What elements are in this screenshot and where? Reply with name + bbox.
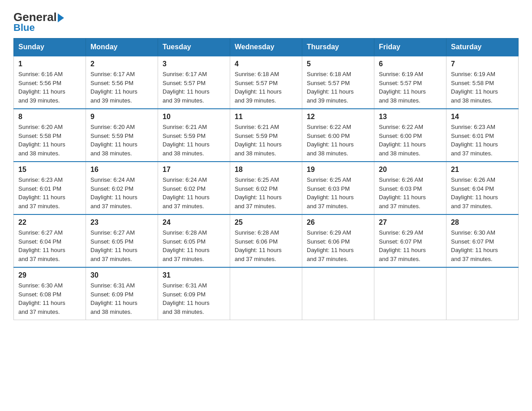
calendar-cell: 3 Sunrise: 6:17 AMSunset: 5:57 PMDayligh… (158, 56, 230, 109)
day-info: Sunrise: 6:26 AMSunset: 6:04 PMDaylight:… (451, 176, 514, 210)
day-info: Sunrise: 6:30 AMSunset: 6:07 PMDaylight:… (451, 228, 514, 263)
calendar-cell: 9 Sunrise: 6:20 AMSunset: 5:59 PMDayligh… (86, 109, 158, 162)
day-info: Sunrise: 6:24 AMSunset: 6:02 PMDaylight:… (163, 176, 225, 210)
day-number: 7 (451, 60, 514, 68)
day-number: 28 (451, 218, 514, 227)
day-number: 21 (451, 166, 514, 174)
calendar-cell: 24 Sunrise: 6:28 AMSunset: 6:05 PMDaylig… (158, 214, 230, 267)
calendar-cell: 21 Sunrise: 6:26 AMSunset: 6:04 PMDaylig… (446, 162, 519, 214)
day-info: Sunrise: 6:31 AMSunset: 6:09 PMDaylight:… (163, 281, 225, 316)
day-info: Sunrise: 6:20 AMSunset: 5:58 PMDaylight:… (18, 123, 81, 158)
day-info: Sunrise: 6:19 AMSunset: 5:58 PMDaylight:… (451, 70, 514, 105)
calendar-cell: 11 Sunrise: 6:21 AMSunset: 5:59 PMDaylig… (230, 109, 302, 162)
calendar-cell: 31 Sunrise: 6:31 AMSunset: 6:09 PMDaylig… (158, 267, 230, 320)
logo-blue-text: Blue (13, 22, 35, 34)
day-info: Sunrise: 6:31 AMSunset: 6:09 PMDaylight:… (90, 281, 153, 316)
calendar-week-row: 29 Sunrise: 6:30 AMSunset: 6:08 PMDaylig… (14, 267, 519, 320)
calendar-cell: 20 Sunrise: 6:26 AMSunset: 6:03 PMDaylig… (374, 162, 446, 214)
calendar-cell: 16 Sunrise: 6:24 AMSunset: 6:02 PMDaylig… (86, 162, 158, 214)
day-info: Sunrise: 6:26 AMSunset: 6:03 PMDaylight:… (379, 176, 442, 210)
calendar-week-row: 22 Sunrise: 6:27 AMSunset: 6:04 PMDaylig… (14, 214, 519, 267)
calendar-cell: 7 Sunrise: 6:19 AMSunset: 5:58 PMDayligh… (446, 56, 519, 109)
day-header-saturday: Saturday (446, 39, 519, 56)
day-info: Sunrise: 6:27 AMSunset: 6:04 PMDaylight:… (18, 228, 81, 263)
calendar-cell: 8 Sunrise: 6:20 AMSunset: 5:58 PMDayligh… (14, 109, 86, 162)
calendar-cell: 10 Sunrise: 6:21 AMSunset: 5:59 PMDaylig… (158, 109, 230, 162)
day-info: Sunrise: 6:18 AMSunset: 5:57 PMDaylight:… (235, 70, 297, 105)
day-number: 6 (379, 60, 442, 68)
calendar-cell: 28 Sunrise: 6:30 AMSunset: 6:07 PMDaylig… (446, 214, 519, 267)
calendar-cell: 13 Sunrise: 6:22 AMSunset: 6:00 PMDaylig… (374, 109, 446, 162)
day-number: 4 (235, 60, 297, 68)
day-info: Sunrise: 6:24 AMSunset: 6:02 PMDaylight:… (90, 176, 153, 210)
day-number: 18 (235, 166, 297, 174)
day-number: 10 (163, 113, 225, 121)
day-number: 27 (379, 218, 442, 227)
day-info: Sunrise: 6:16 AMSunset: 5:56 PMDaylight:… (18, 70, 81, 105)
day-number: 17 (163, 166, 225, 174)
day-number: 13 (379, 113, 442, 121)
calendar-cell: 23 Sunrise: 6:27 AMSunset: 6:05 PMDaylig… (86, 214, 158, 267)
day-number: 26 (307, 218, 369, 227)
calendar-cell: 25 Sunrise: 6:28 AMSunset: 6:06 PMDaylig… (230, 214, 302, 267)
calendar-cell (230, 267, 302, 320)
calendar-cell: 18 Sunrise: 6:25 AMSunset: 6:02 PMDaylig… (230, 162, 302, 214)
calendar-cell: 6 Sunrise: 6:19 AMSunset: 5:57 PMDayligh… (374, 56, 446, 109)
day-info: Sunrise: 6:25 AMSunset: 6:02 PMDaylight:… (235, 176, 297, 210)
day-number: 2 (90, 60, 153, 68)
day-info: Sunrise: 6:22 AMSunset: 6:00 PMDaylight:… (307, 123, 369, 158)
calendar-cell: 1 Sunrise: 6:16 AMSunset: 5:56 PMDayligh… (14, 56, 86, 109)
calendar-cell (446, 267, 519, 320)
day-number: 3 (163, 60, 225, 68)
day-number: 24 (163, 218, 225, 227)
page-header: General Blue (13, 9, 519, 34)
day-number: 22 (18, 218, 81, 227)
day-number: 30 (90, 271, 153, 279)
calendar-cell: 14 Sunrise: 6:23 AMSunset: 6:01 PMDaylig… (446, 109, 519, 162)
calendar-cell: 5 Sunrise: 6:18 AMSunset: 5:57 PMDayligh… (302, 56, 374, 109)
calendar-cell: 12 Sunrise: 6:22 AMSunset: 6:00 PMDaylig… (302, 109, 374, 162)
day-header-friday: Friday (374, 39, 446, 56)
day-info: Sunrise: 6:30 AMSunset: 6:08 PMDaylight:… (18, 281, 81, 316)
calendar-cell: 19 Sunrise: 6:25 AMSunset: 6:03 PMDaylig… (302, 162, 374, 214)
day-info: Sunrise: 6:18 AMSunset: 5:57 PMDaylight:… (307, 70, 369, 105)
day-info: Sunrise: 6:29 AMSunset: 6:07 PMDaylight:… (379, 228, 442, 263)
day-info: Sunrise: 6:21 AMSunset: 5:59 PMDaylight:… (235, 123, 297, 158)
day-info: Sunrise: 6:23 AMSunset: 6:01 PMDaylight:… (18, 176, 81, 210)
day-number: 11 (235, 113, 297, 121)
day-number: 25 (235, 218, 297, 227)
day-number: 31 (163, 271, 225, 279)
day-number: 9 (90, 113, 153, 121)
day-number: 8 (18, 113, 81, 121)
calendar-cell: 30 Sunrise: 6:31 AMSunset: 6:09 PMDaylig… (86, 267, 158, 320)
day-header-thursday: Thursday (302, 39, 374, 56)
day-number: 14 (451, 113, 514, 121)
day-info: Sunrise: 6:28 AMSunset: 6:05 PMDaylight:… (163, 228, 225, 263)
calendar-header-row: SundayMondayTuesdayWednesdayThursdayFrid… (14, 39, 519, 56)
calendar-cell: 2 Sunrise: 6:17 AMSunset: 5:56 PMDayligh… (86, 56, 158, 109)
day-number: 12 (307, 113, 369, 121)
calendar-cell: 22 Sunrise: 6:27 AMSunset: 6:04 PMDaylig… (14, 214, 86, 267)
day-number: 29 (18, 271, 81, 279)
day-number: 20 (379, 166, 442, 174)
calendar-cell: 15 Sunrise: 6:23 AMSunset: 6:01 PMDaylig… (14, 162, 86, 214)
day-info: Sunrise: 6:21 AMSunset: 5:59 PMDaylight:… (163, 123, 225, 158)
calendar-cell: 17 Sunrise: 6:24 AMSunset: 6:02 PMDaylig… (158, 162, 230, 214)
logo-text: General (13, 11, 64, 23)
day-number: 1 (18, 60, 81, 68)
calendar-week-row: 8 Sunrise: 6:20 AMSunset: 5:58 PMDayligh… (14, 109, 519, 162)
day-info: Sunrise: 6:29 AMSunset: 6:06 PMDaylight:… (307, 228, 369, 263)
day-info: Sunrise: 6:17 AMSunset: 5:56 PMDaylight:… (90, 70, 153, 105)
calendar-cell (302, 267, 374, 320)
day-info: Sunrise: 6:22 AMSunset: 6:00 PMDaylight:… (379, 123, 442, 158)
calendar-cell (374, 267, 446, 320)
day-info: Sunrise: 6:25 AMSunset: 6:03 PMDaylight:… (307, 176, 369, 210)
day-number: 5 (307, 60, 369, 68)
calendar-week-row: 1 Sunrise: 6:16 AMSunset: 5:56 PMDayligh… (14, 56, 519, 109)
calendar-cell: 29 Sunrise: 6:30 AMSunset: 6:08 PMDaylig… (14, 267, 86, 320)
calendar-table: SundayMondayTuesdayWednesdayThursdayFrid… (13, 38, 519, 320)
day-header-wednesday: Wednesday (230, 39, 302, 56)
day-info: Sunrise: 6:27 AMSunset: 6:05 PMDaylight:… (90, 228, 153, 263)
day-header-tuesday: Tuesday (158, 39, 230, 56)
day-number: 16 (90, 166, 153, 174)
